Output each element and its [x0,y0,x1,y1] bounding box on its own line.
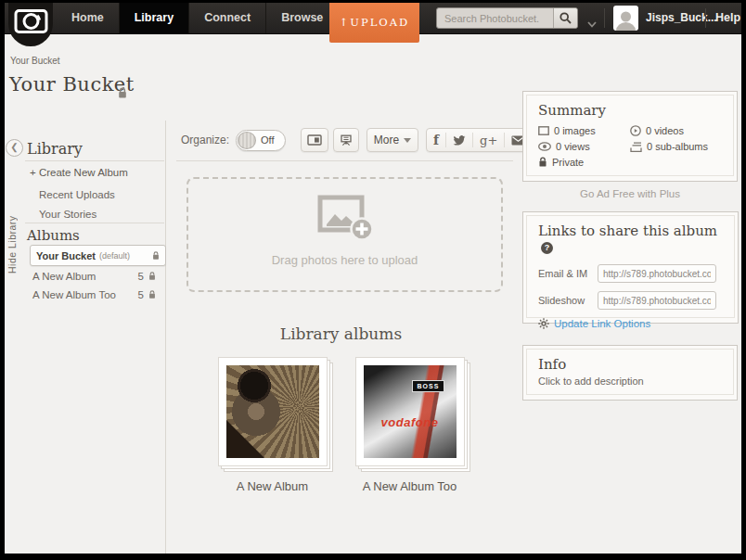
twitter-share-button[interactable] [446,133,473,147]
upload-label: UPLOAD [350,16,409,29]
avatar[interactable] [613,6,638,31]
divider [25,223,164,223]
library-albums-heading: Library albums [165,325,517,343]
page: Home Library Connect Browse Edit ↑UPLOAD… [5,3,741,554]
organize-toggle[interactable]: Off [236,130,286,151]
chevron-down-icon[interactable] [587,15,597,32]
upload-dropzone[interactable]: Drag photos here to upload [186,177,503,292]
sidebar-item-your-stories[interactable]: Your Stories [39,209,96,220]
info-heading: Info [538,356,722,373]
stat-label: 0 views [556,141,590,152]
photo-text: vodafone [364,415,457,429]
summary-stats: 0 images 0 videos 0 views 0 sub-albums P… [538,125,722,168]
sidebar-item-recent-uploads[interactable]: Recent Uploads [39,189,115,200]
share-links-panel: Links to share this album? Email & IM Sl… [522,211,739,324]
summary-panel-inner: Summary 0 images 0 videos 0 views 0 sub-… [526,95,734,176]
stat-label: 0 sub-albums [647,141,708,152]
email-im-link-input[interactable] [598,264,716,283]
share-heading-text: Links to share this album [538,223,717,239]
lock-icon [118,86,127,103]
album-cards-row: A New Album BOSS vodafone A New Album To… [165,357,517,493]
search-icon [560,12,572,24]
more-button[interactable]: More [367,128,418,152]
hide-library-label[interactable]: Hide Library [6,162,18,274]
window-frame: Home Library Connect Browse Edit ↑UPLOAD… [0,0,746,560]
album-name: A New Album Too [32,289,138,300]
summary-heading: Summary [538,102,722,119]
sidebar-album-a-new-album-too[interactable]: A New Album Too 5 [32,289,156,300]
lock-icon [148,272,156,281]
create-new-album-link[interactable]: + Create New Album [30,167,128,178]
share-links-heading: Links to share this album? [538,223,723,256]
facebook-share-button[interactable]: f [427,133,446,147]
slideshow-link-input[interactable] [598,291,716,310]
album-default-suffix: (default) [99,251,152,261]
sidebar-album-a-new-album[interactable]: A New Album 5 [32,271,156,282]
username[interactable]: Jisps_Buck... [646,3,717,33]
stat-label: 0 images [554,125,596,136]
album-caption: A New Album Too [363,479,457,493]
update-link-label: Update Link Options [554,318,650,329]
collapse-sidebar-button[interactable]: ❮ [6,139,23,157]
album-card-a-new-album[interactable]: A New Album [218,357,328,493]
help-icon[interactable]: ? [541,242,553,254]
search-button[interactable] [553,8,577,28]
album-thumbnail-racecar: BOSS vodafone [364,365,457,458]
eye-icon [538,142,551,151]
share-row-label: Email & IM [538,268,598,279]
nav-item-connect[interactable]: Connect [189,3,266,33]
go-ad-free-link[interactable]: Go Ad Free with Plus [522,188,738,199]
nav-item-home[interactable]: Home [57,3,120,33]
slideshow-icon [307,134,322,146]
add-photo-icon [316,194,374,242]
stat-videos: 0 videos [630,125,722,136]
add-description-link[interactable]: Click to add description [538,375,722,387]
share-row-email: Email & IM [538,264,723,283]
share-row-label: Slideshow [538,295,598,306]
photo-text-badge: BOSS [412,380,445,392]
upload-button[interactable]: ↑UPLOAD [329,3,419,43]
stat-privacy: Private [538,157,630,168]
album-caption: A New Album [237,479,308,493]
breadcrumb[interactable]: Your Bucket [10,56,60,66]
gear-icon [538,318,549,329]
nav-item-browse[interactable]: Browse [266,3,339,33]
google-plus-icon: g+ [480,134,497,147]
nav-item-library[interactable]: Library [120,3,189,33]
nav-divider [705,8,706,28]
info-panel: Info Click to add description [522,345,738,401]
sidebar-albums-heading: Albums [27,227,80,244]
share-links-panel-inner: Links to share this album? Email & IM Sl… [526,215,735,318]
image-icon [538,126,549,135]
album-thumbnail-gears [226,365,319,458]
photobucket-logo[interactable] [8,3,53,46]
nav-divider [604,8,605,28]
divider [25,160,164,161]
update-link-options[interactable]: Update Link Options [538,318,723,329]
facebook-icon: f [433,133,439,147]
search-box [436,7,578,29]
album-card-a-new-album-too[interactable]: BOSS vodafone A New Album Too [355,357,465,493]
slideshow-button[interactable] [301,128,328,152]
sidebar-library-heading: Library [27,140,83,158]
photo-stack [218,357,328,466]
share-row-slideshow: Slideshow [538,291,723,310]
toolbar-divider [176,160,513,161]
toggle-knob [238,132,256,149]
more-label: More [374,134,399,146]
photo-stack: BOSS vodafone [355,357,465,466]
presentation-button[interactable] [333,128,359,152]
dropzone-text: Drag photos here to upload [272,253,418,267]
album-count: 5 [138,271,144,282]
upload-arrow-icon: ↑ [340,16,351,29]
twitter-icon [453,134,466,146]
album-name: A New Album [32,271,138,282]
nav-item-help[interactable]: Help [715,3,740,33]
person-icon [616,9,636,31]
sidebar-album-your-bucket[interactable]: Your Bucket (default) [30,245,166,266]
toggle-state: Off [261,134,274,146]
stat-views: 0 views [538,141,630,152]
page-title: Your Bucket [9,73,135,95]
google-plus-share-button[interactable]: g+ [473,133,505,147]
info-panel-inner: Info Click to add description [526,349,734,395]
